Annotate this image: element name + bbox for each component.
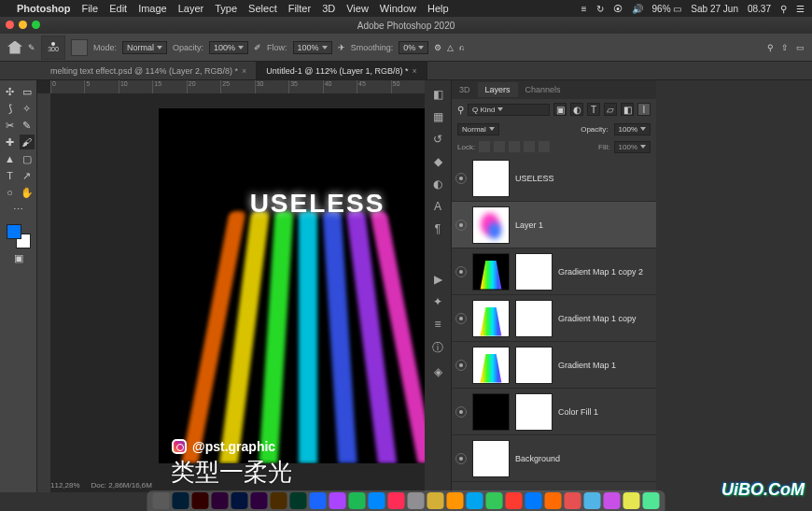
color-swatches[interactable] [7,224,31,248]
document-tab[interactable]: melting text effect.psd @ 114% (Layer 2,… [41,62,257,79]
layer-mask-thumbnail[interactable] [515,253,553,291]
opacity-dropdown[interactable]: 100% [209,41,248,54]
move-tool[interactable]: ✣ [3,84,18,99]
layer-name[interactable]: Background [515,454,560,463]
layer-name[interactable]: Gradient Map 1 copy 2 [558,267,643,277]
hand-tool[interactable]: ✋ [20,185,35,200]
lock-all-icon[interactable] [539,141,550,152]
swatches-panel-icon[interactable]: ▦ [433,110,443,123]
menu-select[interactable]: Select [248,3,277,14]
dock-app-icon[interactable] [231,492,248,509]
path-tool[interactable]: ↗ [20,168,35,183]
zoom-window-button[interactable] [32,21,40,29]
menu-window[interactable]: Window [380,3,416,14]
status-wifi-icon[interactable]: ⦿ [613,4,623,14]
dock-app-icon[interactable] [408,492,425,509]
dock-app-icon[interactable] [584,492,601,509]
layer-opacity-dropdown[interactable]: 100% [614,123,651,135]
layer-blend-mode-dropdown[interactable]: Normal [457,123,499,135]
character-panel-icon[interactable]: A [434,200,441,213]
layer-mask-thumbnail[interactable] [515,300,553,337]
fill-dropdown[interactable]: 100% [614,141,651,153]
more-tools[interactable]: ⋯ [11,202,26,217]
libraries-panel-icon[interactable]: ◆ [434,155,442,168]
airbrush-icon[interactable]: ✈ [338,43,345,52]
dock-app-icon[interactable] [486,492,503,509]
menu-help[interactable]: Help [427,3,449,14]
layer-name[interactable]: Gradient Map 1 [558,361,616,370]
brush-tool[interactable]: 🖌 [20,135,35,149]
paragraph-panel-icon[interactable]: ¶ [435,222,441,235]
document-tab[interactable]: Untitled-1 @ 112% (Layer 1, RGB/8) *× [257,62,427,79]
search-icon[interactable]: ⚲ [767,43,774,52]
layer-mask-thumbnail[interactable] [515,347,553,384]
document-canvas[interactable]: USELESS @pst.graphic [159,108,425,463]
tablet-pressure-toggle[interactable] [71,39,88,56]
lock-pixels-icon[interactable] [494,141,505,152]
dock-app-icon[interactable] [643,492,660,509]
spotlight-icon[interactable]: ⚲ [780,4,787,14]
filter-shape-icon[interactable]: ▱ [604,103,617,116]
layer-thumbnail[interactable] [472,253,510,291]
adjustments-panel-icon[interactable]: ◐ [433,177,442,191]
status-hamburger-icon[interactable]: ≡ [581,4,587,14]
dock-app-icon[interactable] [427,492,444,509]
layer-name[interactable]: Color Fill 1 [558,407,598,417]
angle-icon[interactable]: △ [447,43,454,52]
dock-app-icon[interactable] [467,492,483,509]
doc-size-readout[interactable]: Doc: 2,86M/16,6M [91,481,152,490]
visibility-toggle-icon[interactable] [455,360,467,371]
filter-search-icon[interactable]: ⚲ [457,105,464,115]
status-time[interactable]: 08.37 [748,4,771,14]
status-volume-icon[interactable]: 🔊 [632,4,643,14]
close-tab-icon[interactable]: × [242,66,246,76]
opacity-pressure-icon[interactable]: ✐ [254,43,261,52]
crop-tool[interactable]: ✂ [3,118,18,133]
layer-row[interactable]: Gradient Map 1 copy 2 [452,248,656,295]
smoothing-gear-icon[interactable]: ⚙ [434,43,441,52]
layer-name[interactable]: Gradient Map 1 copy [558,314,637,323]
menu-edit[interactable]: Edit [109,3,127,14]
menu-view[interactable]: View [346,3,369,14]
dock-app-icon[interactable] [192,492,209,509]
dock-app-icon[interactable] [447,492,464,509]
status-sync-icon[interactable]: ↻ [596,4,604,14]
layer-thumbnail[interactable] [472,300,510,337]
navigator-panel-icon[interactable]: ◈ [434,365,442,378]
layer-name[interactable]: USELESS [515,174,554,183]
dock-app-icon[interactable] [349,492,366,509]
shape-tool[interactable]: ○ [3,185,18,200]
dock-app-icon[interactable] [173,492,189,509]
layer-row[interactable]: Gradient Map 1 [452,342,656,389]
layer-name[interactable]: Layer 1 [515,220,543,230]
visibility-toggle-icon[interactable] [455,173,467,184]
symmetry-icon[interactable]: ⎌ [459,43,464,52]
filter-pixel-icon[interactable]: ▣ [553,103,567,116]
dock-app-icon[interactable] [388,492,405,509]
menu-type[interactable]: Type [215,3,237,14]
menu-layer[interactable]: Layer [178,3,204,14]
panel-tab-3d[interactable]: 3D [452,82,478,97]
status-battery[interactable]: 96% ▭ [652,4,682,14]
close-tab-icon[interactable]: × [413,66,417,76]
status-date[interactable]: Sab 27 Jun [691,4,738,14]
heal-tool[interactable]: ✚ [3,135,18,149]
wand-tool[interactable]: ✧ [20,101,35,116]
close-window-button[interactable] [6,21,14,29]
layer-row[interactable]: Gradient Map 1 copy [452,295,656,342]
layer-row[interactable]: Layer 1 [452,202,656,248]
dock-app-icon[interactable] [271,492,287,509]
layer-thumbnail[interactable] [472,393,510,431]
dock-app-icon[interactable] [251,492,268,509]
smoothing-dropdown[interactable]: 0% [399,41,428,54]
layer-row[interactable]: USELESS [452,155,656,202]
actions-panel-icon[interactable]: ▶ [434,273,442,286]
dock-app-icon[interactable] [212,492,229,509]
flow-dropdown[interactable]: 100% [293,41,332,54]
history-panel-icon[interactable]: ↺ [433,133,442,146]
panel-tab-layers[interactable]: Layers [478,82,518,97]
filter-toggle[interactable]: I [637,103,651,116]
filter-type-icon[interactable]: T [587,103,600,116]
layer-thumbnail[interactable] [472,160,510,197]
lock-position-icon[interactable] [509,141,520,152]
